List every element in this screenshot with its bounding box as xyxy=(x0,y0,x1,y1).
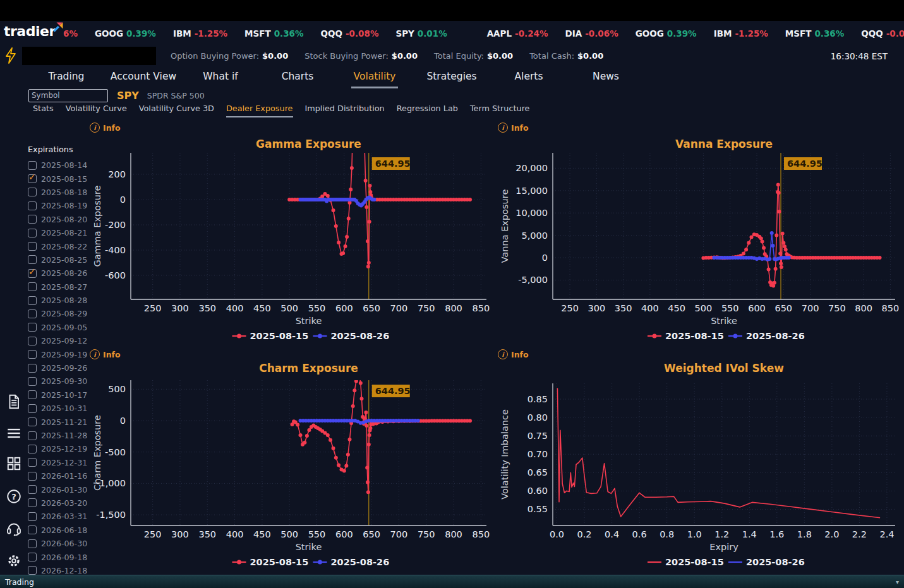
checkbox[interactable] xyxy=(28,377,37,386)
tab-volatility[interactable]: Volatility xyxy=(336,66,413,88)
expiration-checkbox-2025-09-12[interactable]: 2025-09-12 xyxy=(28,334,91,347)
expiration-checkbox-2026-01-30[interactable]: 2026-01-30 xyxy=(28,483,91,496)
menu-hamburger-icon[interactable] xyxy=(6,425,22,441)
help-icon[interactable]: ? xyxy=(6,488,22,505)
expiration-checkbox-2025-11-21[interactable]: 2025-11-21 xyxy=(28,415,91,428)
expiration-checkbox-2025-08-25[interactable]: 2025-08-25 xyxy=(28,253,91,267)
subtab-term-structure[interactable]: Term Structure xyxy=(470,104,530,116)
svg-text:-1,500: -1,500 xyxy=(96,510,126,520)
grid-apps-icon[interactable] xyxy=(6,455,22,472)
checkbox[interactable] xyxy=(28,282,37,291)
expiration-checkbox-2026-06-30[interactable]: 2026-06-30 xyxy=(28,537,91,550)
expiration-checkbox-2025-08-14[interactable]: 2025-08-14 xyxy=(28,159,91,172)
subtab-stats[interactable]: Stats xyxy=(33,104,54,116)
expiration-checkbox-2025-08-20[interactable]: 2025-08-20 xyxy=(28,213,91,226)
expiration-checkbox-2025-10-31[interactable]: 2025-10-31 xyxy=(28,402,91,415)
info-button-charm[interactable]: i Info xyxy=(90,349,121,359)
expiration-checkbox-2025-09-26[interactable]: 2025-09-26 xyxy=(28,361,91,375)
expiration-checkbox-2025-11-28[interactable]: 2025-11-28 xyxy=(28,429,91,442)
checkbox[interactable] xyxy=(28,417,37,426)
expiration-checkbox-2026-12-18[interactable]: 2026-12-18 xyxy=(28,564,91,575)
subtab-volatility-curve-3d[interactable]: Volatility Curve 3D xyxy=(139,104,214,116)
checkbox[interactable] xyxy=(28,188,37,196)
checkbox[interactable] xyxy=(28,337,37,345)
expiration-checkbox-2025-08-21[interactable]: 2025-08-21 xyxy=(28,226,91,239)
checkbox[interactable] xyxy=(28,242,37,251)
expiration-checkbox-2026-09-18[interactable]: 2026-09-18 xyxy=(28,550,91,563)
lightning-bolt-icon[interactable] xyxy=(5,47,16,64)
checkbox[interactable] xyxy=(28,525,37,534)
expiration-checkbox-2025-08-22[interactable]: 2025-08-22 xyxy=(28,239,91,253)
bottom-bar-label: Trading xyxy=(5,577,34,587)
checkbox[interactable] xyxy=(28,309,37,318)
tab-trading[interactable]: Trading xyxy=(28,66,105,88)
bottom-bar[interactable]: Trading ▾ xyxy=(0,575,904,588)
settings-gear-icon[interactable] xyxy=(6,553,22,569)
expirations-panel: Expirations 2025-08-142025-08-152025-08-… xyxy=(28,145,91,575)
expiration-checkbox-2026-03-20[interactable]: 2026-03-20 xyxy=(28,496,91,510)
checkbox[interactable] xyxy=(28,472,37,481)
expiration-checkbox-2025-10-17[interactable]: 2025-10-17 xyxy=(28,388,91,402)
expiration-checkbox-2025-09-05[interactable]: 2025-09-05 xyxy=(28,321,91,334)
info-button-vanna[interactable]: i Info xyxy=(498,123,529,133)
subtab-implied-distribution[interactable]: Implied Distribution xyxy=(305,104,385,116)
tab-account-view[interactable]: Account View xyxy=(105,66,182,88)
tab-alerts[interactable]: Alerts xyxy=(490,66,567,88)
checkbox[interactable] xyxy=(28,229,37,237)
checkbox[interactable] xyxy=(28,485,37,494)
checkbox[interactable] xyxy=(28,174,37,183)
expiration-checkbox-2025-09-19[interactable]: 2025-09-19 xyxy=(28,347,91,361)
checkbox[interactable] xyxy=(28,390,37,399)
info-button-skew[interactable]: i Info xyxy=(498,349,529,359)
subtab-volatility-curve[interactable]: Volatility Curve xyxy=(66,104,127,116)
checkbox[interactable] xyxy=(28,161,37,170)
document-icon[interactable] xyxy=(6,393,22,410)
gamma-exposure-chart[interactable]: 2000-200-400-600250300350400450500550600… xyxy=(92,136,490,344)
expiration-checkbox-2026-03-31[interactable]: 2026-03-31 xyxy=(28,510,91,523)
expiration-checkbox-2025-12-19[interactable]: 2025-12-19 xyxy=(28,442,91,455)
checkbox[interactable] xyxy=(28,296,37,305)
expiration-checkbox-2025-12-31[interactable]: 2025-12-31 xyxy=(28,456,91,469)
checkbox[interactable] xyxy=(28,201,37,210)
chevron-down-icon[interactable]: ▾ xyxy=(896,579,899,585)
checkbox[interactable] xyxy=(28,255,37,264)
checkbox[interactable] xyxy=(28,323,37,332)
tab-what-if[interactable]: What if xyxy=(182,66,259,88)
checkbox[interactable] xyxy=(28,498,37,507)
subtab-dealer-exposure[interactable]: Dealer Exposure xyxy=(226,104,293,117)
expiration-checkbox-2025-08-28[interactable]: 2025-08-28 xyxy=(28,294,91,307)
checkbox[interactable] xyxy=(28,445,37,453)
expiration-date-label: 2025-08-28 xyxy=(41,296,87,305)
symbol-input[interactable] xyxy=(28,89,108,102)
checkbox[interactable] xyxy=(28,512,37,521)
checkbox[interactable] xyxy=(28,539,37,548)
checkbox[interactable] xyxy=(28,431,37,440)
expiration-checkbox-2025-09-30[interactable]: 2025-09-30 xyxy=(28,375,91,388)
expiration-checkbox-2025-08-18[interactable]: 2025-08-18 xyxy=(28,186,91,199)
expiration-checkbox-2026-01-16[interactable]: 2026-01-16 xyxy=(28,469,91,483)
vanna-exposure-chart[interactable]: 20,00015,00010,0005,0000-5,0002503003504… xyxy=(499,136,900,344)
charm-exposure-chart[interactable]: 5000-500-1,000-1,50025030035040045050055… xyxy=(92,360,490,575)
expiration-checkbox-2025-08-29[interactable]: 2025-08-29 xyxy=(28,307,91,320)
support-headset-icon[interactable] xyxy=(6,520,22,536)
expiration-checkbox-2025-08-27[interactable]: 2025-08-27 xyxy=(28,280,91,294)
svg-text:2025-08-15: 2025-08-15 xyxy=(665,557,724,567)
checkbox[interactable] xyxy=(28,350,37,359)
tab-strategies[interactable]: Strategies xyxy=(413,66,490,88)
checkbox[interactable] xyxy=(28,553,37,561)
weighted-ivol-skew-chart[interactable]: 0.850.800.750.700.650.600.550.00.20.40.6… xyxy=(499,360,900,575)
info-button-gamma[interactable]: i Info xyxy=(90,123,121,133)
checkbox[interactable] xyxy=(28,215,37,224)
expiration-checkbox-2026-06-18[interactable]: 2026-06-18 xyxy=(28,524,91,537)
checkbox[interactable] xyxy=(28,364,37,373)
tab-charts[interactable]: Charts xyxy=(259,66,336,88)
expiration-checkbox-2025-08-19[interactable]: 2025-08-19 xyxy=(28,199,91,212)
expiration-checkbox-2025-08-26[interactable]: 2025-08-26 xyxy=(28,267,91,280)
subtab-regression-lab[interactable]: Regression Lab xyxy=(397,104,458,116)
expiration-checkbox-2025-08-15[interactable]: 2025-08-15 xyxy=(28,172,91,185)
tab-news[interactable]: News xyxy=(567,66,644,88)
checkbox[interactable] xyxy=(28,566,37,575)
checkbox[interactable] xyxy=(28,404,37,413)
checkbox[interactable] xyxy=(28,269,37,278)
checkbox[interactable] xyxy=(28,458,37,467)
